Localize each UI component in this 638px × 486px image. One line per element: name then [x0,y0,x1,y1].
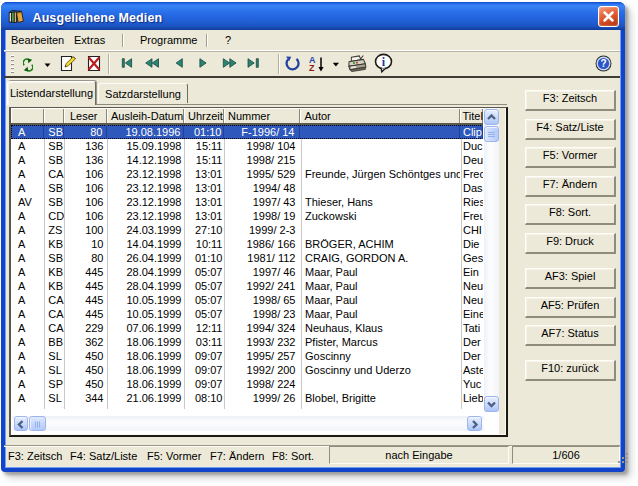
svg-text:?: ? [600,58,606,69]
